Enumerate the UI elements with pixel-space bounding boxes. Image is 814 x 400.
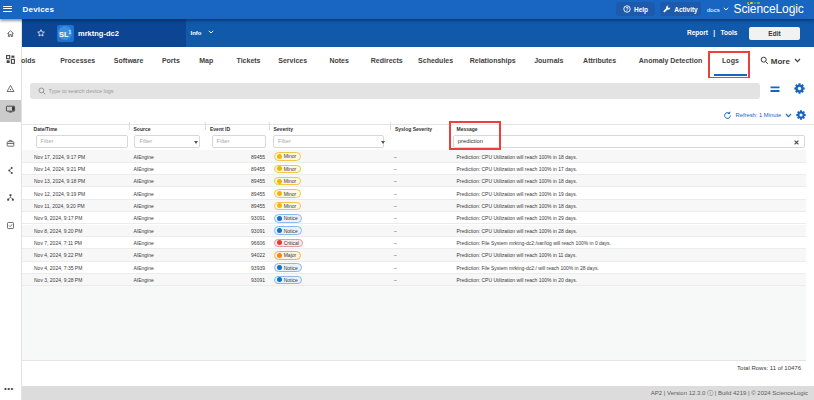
svg-text:?: ? [625,7,628,12]
